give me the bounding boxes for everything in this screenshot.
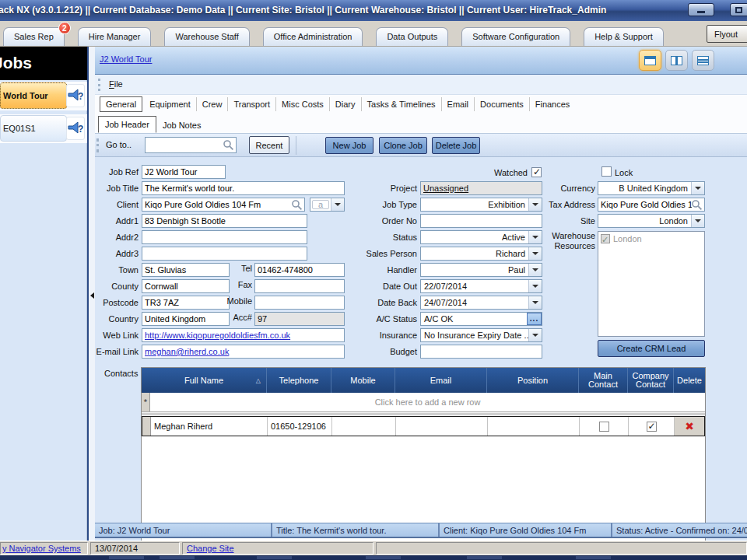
site-dropdown[interactable]: London [598, 214, 705, 228]
project-field[interactable]: Unassigned [420, 181, 542, 195]
tab-documents[interactable]: Documents [475, 97, 530, 111]
layout-split-horizontal-button[interactable] [692, 50, 714, 71]
column-header-telephone[interactable]: Telephone [267, 368, 331, 393]
job-list-item[interactable]: EQ01S1 ? [0, 114, 87, 143]
tab-equipment[interactable]: Equipment [144, 97, 197, 111]
dropdown-button[interactable] [691, 182, 704, 194]
grip-handle[interactable] [98, 79, 100, 91]
tab-diary[interactable]: Diary [330, 97, 362, 111]
currency-dropdown[interactable]: B United Kingdom [598, 181, 705, 195]
job-title-field[interactable] [142, 181, 345, 195]
tab-hire-manager[interactable]: Hire Manager [78, 27, 152, 46]
watched-checkbox[interactable] [531, 167, 542, 177]
tab-job-notes[interactable]: Job Notes [156, 117, 208, 133]
minimize-button[interactable] [688, 3, 714, 16]
date-out-dropdown[interactable]: 22/07/2014 [420, 279, 542, 293]
tab-tasks-timelines[interactable]: Tasks & Timelines [362, 97, 442, 111]
order-no-field[interactable] [420, 214, 542, 228]
column-header-delete[interactable]: Delete [674, 368, 705, 393]
column-header-company-contact[interactable]: Company Contact [628, 368, 674, 393]
ellipsis-button[interactable]: ... [527, 313, 542, 325]
tab-software-configuration[interactable]: Software Configuration [461, 27, 570, 46]
main-contact-checkbox[interactable] [599, 422, 609, 432]
email-link-field[interactable]: meghan@riherd.co.uk [142, 345, 345, 359]
flyout-button[interactable]: Flyout [707, 25, 747, 43]
county-field[interactable] [142, 279, 230, 293]
country-field[interactable] [142, 312, 230, 326]
job-horn-button[interactable]: ? [66, 84, 85, 107]
contact-position[interactable] [488, 417, 580, 436]
column-header-full-name[interactable]: Full Name△ [142, 368, 267, 393]
tab-sales-rep[interactable]: Sales Rep2 [3, 27, 65, 46]
dropdown-button[interactable] [528, 247, 542, 260]
job-horn-button[interactable]: ? [66, 117, 85, 140]
company-contact-checkbox[interactable] [647, 422, 657, 432]
clone-job-button[interactable]: Clone Job [379, 137, 427, 154]
column-header-main-contact[interactable]: Main Contact [579, 368, 628, 393]
navigator-systems-link[interactable]: y Navigator Systems [2, 544, 81, 553]
addr3-field[interactable] [142, 247, 307, 261]
column-header-mobile[interactable]: Mobile [331, 368, 395, 393]
tax-address-field[interactable] [598, 198, 705, 212]
tab-crew[interactable]: Crew [197, 97, 229, 111]
ac-status-field[interactable]: A/C OK ... [420, 312, 542, 326]
collapse-arrow-icon[interactable] [90, 292, 94, 299]
grip-handle[interactable] [96, 138, 99, 152]
tab-data-outputs[interactable]: Data Outputs [376, 27, 448, 46]
handler-dropdown[interactable]: Paul [420, 263, 542, 277]
create-crm-lead-button[interactable]: Create CRM Lead [598, 340, 705, 357]
sidebar-splitter[interactable] [87, 47, 95, 541]
tab-job-header[interactable]: Job Header [98, 116, 156, 133]
postcode-field[interactable] [142, 296, 230, 310]
insurance-dropdown[interactable]: No Insurance Expiry Date ... [420, 328, 542, 342]
addr1-field[interactable] [142, 214, 307, 228]
status-dropdown[interactable]: Active [420, 230, 542, 244]
search-icon[interactable] [691, 199, 703, 211]
addr2-field[interactable] [142, 230, 307, 244]
add-new-row[interactable]: * Click here to add a new row [142, 393, 705, 412]
tab-help-support[interactable]: Help & Support [584, 27, 664, 46]
job-list-item[interactable]: World Tour ? [0, 82, 87, 110]
menu-file[interactable]: File [109, 79, 123, 89]
project-value-link[interactable]: Unassigned [423, 184, 468, 193]
column-header-email[interactable]: Email [395, 368, 487, 393]
dropdown-button[interactable] [528, 280, 542, 292]
client-field[interactable] [142, 198, 305, 212]
tab-general[interactable]: General [100, 96, 142, 112]
web-link-field[interactable]: http://www.kiqopuregoldoldiesfm.co.uk [142, 328, 345, 342]
delete-row-button[interactable]: ✖ [675, 417, 704, 436]
dropdown-button[interactable] [691, 215, 704, 227]
document-title-link[interactable]: J2 World Tour [100, 54, 152, 64]
job-item-eq01s1[interactable]: EQ01S1 [0, 115, 67, 142]
dropdown-button[interactable] [528, 329, 542, 341]
column-header-position[interactable]: Position [487, 368, 579, 393]
search-icon[interactable] [291, 199, 303, 211]
contact-mobile[interactable] [332, 417, 396, 436]
lock-checkbox[interactable] [601, 166, 612, 177]
date-back-dropdown[interactable]: 24/07/2014 [420, 296, 542, 310]
sales-person-dropdown[interactable]: Richard [420, 247, 542, 261]
delete-job-button[interactable]: Delete Job [432, 137, 480, 154]
recent-button[interactable]: Recent [249, 136, 289, 154]
job-type-dropdown[interactable]: Exhibition [420, 198, 542, 212]
add-new-row-text[interactable]: Click here to add a new row [150, 393, 705, 411]
contact-full-name[interactable]: Meghan Riherd [151, 417, 268, 436]
maximize-button[interactable] [730, 3, 747, 16]
new-job-button[interactable]: New Job [325, 137, 374, 154]
change-site-link[interactable]: Change Site [187, 544, 234, 553]
tab-transport[interactable]: Transport [228, 97, 276, 111]
tab-office-administration[interactable]: Office Administration [263, 27, 363, 46]
layout-single-button[interactable] [639, 50, 661, 71]
tab-finances[interactable]: Finances [530, 97, 576, 111]
contact-row[interactable]: Meghan Riherd 01650-129106 ✖ [142, 416, 705, 436]
dropdown-button[interactable] [528, 264, 542, 276]
warehouse-resources-list[interactable]: London [598, 231, 705, 337]
contact-email[interactable] [396, 417, 488, 436]
job-item-world-tour[interactable]: World Tour [0, 82, 67, 109]
tab-warehouse-staff[interactable]: Warehouse Staff [164, 27, 249, 46]
tab-email[interactable]: Email [442, 97, 475, 111]
town-field[interactable] [142, 263, 230, 277]
budget-field[interactable] [420, 345, 542, 359]
contact-telephone[interactable]: 01650-129106 [268, 417, 332, 436]
dropdown-button[interactable] [528, 296, 542, 309]
